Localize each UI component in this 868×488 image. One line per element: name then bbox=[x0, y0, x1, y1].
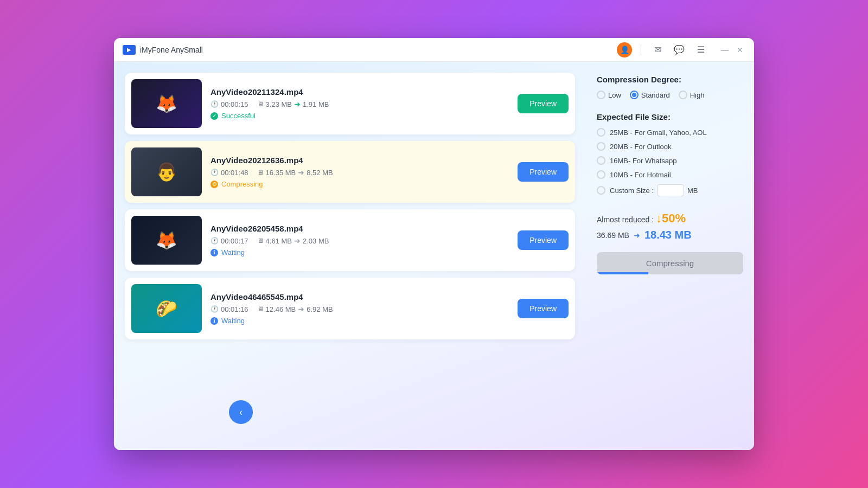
almost-reduced-label: Almost reduced : ↓50% bbox=[597, 211, 743, 226]
degree-high-radio[interactable] bbox=[679, 91, 687, 99]
duration-value-0: 00:00:15 bbox=[221, 100, 248, 108]
main-content: 🦊 AnyVideo20211324.mp4 🕐 00:00:15 🖥 3.23… bbox=[114, 62, 754, 450]
video-thumb-1: 👨 bbox=[131, 147, 202, 196]
compress-progress-bar bbox=[597, 272, 648, 274]
size-10mb-label: 10MB - For Hotmail bbox=[610, 171, 671, 179]
video-name-1: AnyVideo20212636.mp4 bbox=[210, 156, 509, 165]
video-name-2: AnyVideo26205458.mp4 bbox=[210, 224, 509, 233]
status-dot-0: ✓ bbox=[210, 112, 218, 120]
custom-size-row: Custom Size : MB bbox=[610, 184, 698, 196]
db-icon-0: 🖥 bbox=[257, 100, 264, 108]
video-info-0: AnyVideo20211324.mp4 🕐 00:00:15 🖥 3.23 M… bbox=[210, 87, 509, 120]
size-16mb-radio[interactable] bbox=[597, 156, 605, 165]
video-name-0: AnyVideo20211324.mp4 bbox=[210, 87, 509, 97]
preview-button-3[interactable]: Preview bbox=[518, 299, 569, 318]
new-size-2: 2.03 MB bbox=[303, 237, 329, 245]
size-16mb-label: 16MB- For Whatsapp bbox=[610, 157, 677, 165]
degree-low[interactable]: Low bbox=[597, 91, 621, 99]
status-dot-2: ℹ bbox=[210, 249, 218, 256]
size-10mb-radio[interactable] bbox=[597, 170, 605, 179]
clock-icon-3: 🕐 bbox=[210, 305, 219, 313]
titlebar-actions: 👤 ✉ 💬 ☰ — ✕ bbox=[617, 42, 745, 57]
size-option-20mb[interactable]: 20MB - For Outlook bbox=[597, 142, 743, 151]
file-size-options: 25MB - For Gmail, Yahoo, AOL 20MB - For … bbox=[597, 128, 743, 196]
reduction-sizes: 36.69 MB ➜ 18.43 MB bbox=[597, 229, 743, 241]
status-label-3: Waiting bbox=[221, 317, 245, 325]
expected-file-size-label: Expected File Size: bbox=[597, 112, 743, 121]
custom-size-input[interactable] bbox=[657, 184, 684, 196]
db-icon-1: 🖥 bbox=[257, 169, 264, 176]
new-size-3: 6.92 MB bbox=[307, 305, 333, 313]
size-25mb-label: 25MB - For Gmail, Yahoo, AOL bbox=[610, 129, 707, 137]
original-size: 36.69 MB bbox=[597, 231, 629, 240]
thumb-emoji-2: 🦊 bbox=[156, 230, 177, 251]
size-custom-radio[interactable] bbox=[597, 186, 605, 195]
status-label-1: Compressing bbox=[221, 180, 263, 188]
degree-standard[interactable]: Standard bbox=[630, 91, 670, 99]
video-card-0: 🦊 AnyVideo20211324.mp4 🕐 00:00:15 🖥 3.23… bbox=[125, 73, 575, 134]
orig-size-1: 16.35 MB bbox=[266, 169, 296, 177]
status-row-3: ℹ Waiting bbox=[210, 317, 509, 325]
window-controls: — ✕ bbox=[719, 44, 745, 55]
duration-3: 🕐 00:01:16 bbox=[210, 305, 248, 313]
degree-standard-radio[interactable] bbox=[630, 91, 639, 99]
preview-button-2[interactable]: Preview bbox=[518, 230, 569, 250]
filesize-1: 🖥 16.35 MB ➜ 8.52 MB bbox=[257, 168, 333, 177]
mail-button[interactable]: ✉ bbox=[650, 42, 665, 57]
menu-button[interactable]: ☰ bbox=[693, 42, 709, 57]
degree-high[interactable]: High bbox=[679, 91, 705, 99]
status-label-2: Waiting bbox=[221, 248, 245, 256]
size-option-16mb[interactable]: 16MB- For Whatsapp bbox=[597, 156, 743, 165]
titlebar-separator bbox=[641, 44, 641, 55]
duration-value-2: 00:00:17 bbox=[221, 237, 248, 245]
size-20mb-radio[interactable] bbox=[597, 142, 605, 151]
app-logo-area: iMyFone AnySmall bbox=[123, 45, 617, 55]
arrow-0: ➜ bbox=[294, 100, 301, 108]
video-thumb-0: 🦊 bbox=[131, 79, 202, 128]
back-button[interactable]: ‹ bbox=[229, 400, 253, 424]
reduction-section: Almost reduced : ↓50% 36.69 MB ➜ 18.43 M… bbox=[597, 211, 743, 274]
user-button[interactable]: 👤 bbox=[617, 42, 632, 57]
new-size-0: 1.91 MB bbox=[303, 100, 329, 108]
orig-size-0: 3.23 MB bbox=[266, 100, 292, 108]
video-info-2: AnyVideo26205458.mp4 🕐 00:00:17 🖥 4.61 M… bbox=[210, 224, 509, 256]
chat-button[interactable]: 💬 bbox=[672, 42, 687, 57]
db-icon-3: 🖥 bbox=[257, 305, 264, 313]
video-list: 🦊 AnyVideo20211324.mp4 🕐 00:00:15 🖥 3.23… bbox=[114, 62, 586, 450]
titlebar: iMyFone AnySmall 👤 ✉ 💬 ☰ — ✕ bbox=[114, 38, 754, 62]
new-size: 18.43 MB bbox=[644, 229, 692, 241]
new-size-1: 8.52 MB bbox=[307, 169, 333, 177]
size-option-custom[interactable]: Custom Size : MB bbox=[597, 184, 743, 196]
close-button[interactable]: ✕ bbox=[735, 44, 745, 55]
arrow-2: ➜ bbox=[294, 236, 301, 245]
status-dot-3: ℹ bbox=[210, 317, 218, 325]
size-option-10mb[interactable]: 10MB - For Hotmail bbox=[597, 170, 743, 179]
preview-button-1[interactable]: Preview bbox=[518, 162, 569, 182]
status-row-0: ✓ Successful bbox=[210, 112, 509, 120]
video-card-2: 🦊 AnyVideo26205458.mp4 🕐 00:00:17 🖥 4.61… bbox=[125, 209, 575, 271]
filesize-3: 🖥 12.46 MB ➜ 6.92 MB bbox=[257, 305, 333, 313]
reduction-percent: ↓50% bbox=[656, 211, 686, 225]
video-card-3: 🌮 AnyVideo46465545.mp4 🕐 00:01:16 🖥 12.4… bbox=[125, 278, 575, 339]
custom-size-label: Custom Size : bbox=[610, 187, 654, 195]
clock-icon-2: 🕐 bbox=[210, 237, 219, 245]
preview-button-0[interactable]: Preview bbox=[518, 94, 569, 113]
compression-degree-group: Low Standard High bbox=[597, 91, 743, 99]
compress-button[interactable]: Compressing bbox=[597, 252, 743, 274]
app-window: iMyFone AnySmall 👤 ✉ 💬 ☰ — ✕ 🦊 AnyVideo2… bbox=[114, 38, 754, 450]
size-25mb-radio[interactable] bbox=[597, 128, 605, 137]
duration-0: 🕐 00:00:15 bbox=[210, 100, 248, 108]
video-info-3: AnyVideo46465545.mp4 🕐 00:01:16 🖥 12.46 … bbox=[210, 292, 509, 325]
minimize-button[interactable]: — bbox=[719, 44, 730, 55]
video-card-1: 👨 AnyVideo20212636.mp4 🕐 00:01:48 🖥 16.3… bbox=[125, 141, 575, 203]
size-option-25mb[interactable]: 25MB - For Gmail, Yahoo, AOL bbox=[597, 128, 743, 137]
arrow-1: ➜ bbox=[298, 168, 304, 177]
thumb-emoji-0: 🦊 bbox=[156, 93, 177, 114]
clock-icon-0: 🕐 bbox=[210, 100, 219, 108]
filesize-2: 🖥 4.61 MB ➜ 2.03 MB bbox=[257, 236, 329, 245]
degree-low-radio[interactable] bbox=[597, 91, 605, 99]
video-info-1: AnyVideo20212636.mp4 🕐 00:01:48 🖥 16.35 … bbox=[210, 156, 509, 188]
logo-icon bbox=[123, 45, 136, 55]
custom-size-unit: MB bbox=[687, 187, 698, 195]
video-thumb-2: 🦊 bbox=[131, 216, 202, 265]
